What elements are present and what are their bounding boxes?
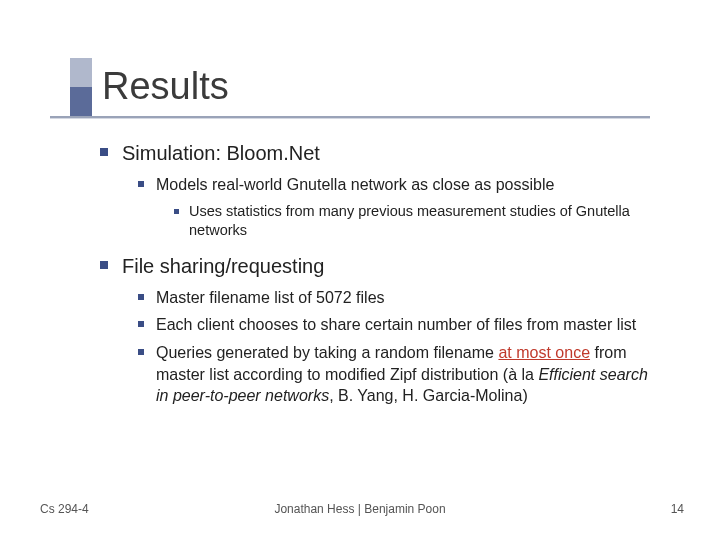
bullet-text: Each client chooses to share certain num… — [156, 314, 636, 336]
bullet-level2: Models real-world Gnutella network as cl… — [138, 174, 660, 196]
bullet-text: Queries generated by taking a random fil… — [156, 342, 660, 407]
square-bullet-icon — [138, 349, 144, 355]
bullet-text: File sharing/requesting — [122, 253, 324, 279]
square-bullet-icon — [174, 209, 179, 214]
square-bullet-icon — [138, 294, 144, 300]
bullet-level1: Simulation: Bloom.Net — [100, 140, 660, 166]
title-accent-light — [70, 58, 92, 87]
bullet-level1: File sharing/requesting — [100, 253, 660, 279]
title-underline — [50, 116, 650, 118]
slide-number: 14 — [671, 502, 684, 516]
title-accent-dark — [70, 87, 92, 116]
bullet-level2: Master filename list of 5072 files — [138, 287, 660, 309]
slide-body: Simulation: Bloom.Net Models real-world … — [100, 140, 660, 407]
bullet-level2: Each client chooses to share certain num… — [138, 314, 660, 336]
bullet-text: Uses statistics from many previous measu… — [189, 202, 660, 241]
bullet-text: Models real-world Gnutella network as cl… — [156, 174, 554, 196]
slide-title-block: Results — [70, 58, 229, 116]
bullet-text: Simulation: Bloom.Net — [122, 140, 320, 166]
square-bullet-icon — [100, 148, 108, 156]
square-bullet-icon — [138, 321, 144, 327]
slide-title: Results — [102, 58, 229, 116]
highlight-text: at most once — [498, 344, 590, 361]
text-run: , B. Yang, H. Garcia-Molina) — [329, 387, 528, 404]
bullet-text: Master filename list of 5072 files — [156, 287, 385, 309]
footer-center: Jonathan Hess | Benjamin Poon — [0, 502, 720, 516]
square-bullet-icon — [138, 181, 144, 187]
square-bullet-icon — [100, 261, 108, 269]
bullet-level2: Queries generated by taking a random fil… — [138, 342, 660, 407]
title-accent — [70, 58, 92, 116]
text-run: Queries generated by taking a random fil… — [156, 344, 498, 361]
bullet-level3: Uses statistics from many previous measu… — [174, 202, 660, 241]
